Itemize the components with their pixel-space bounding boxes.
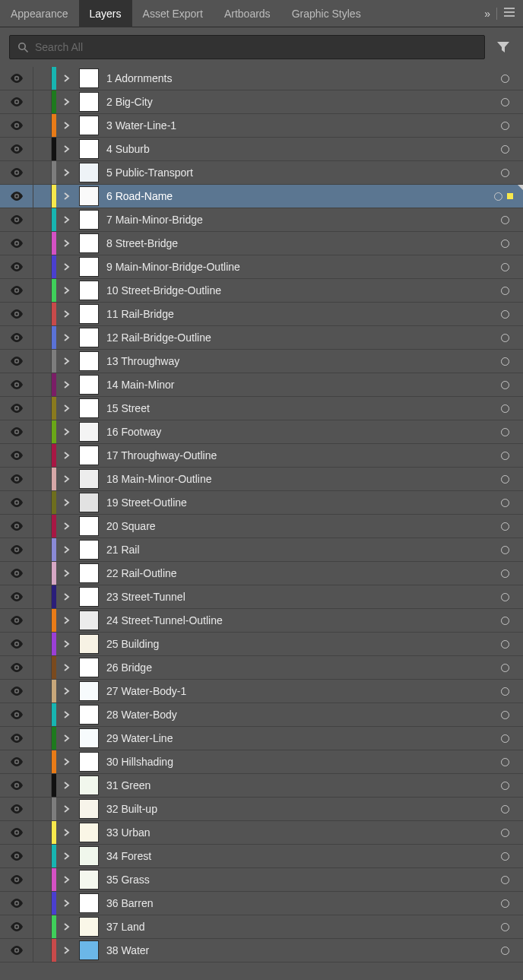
target-button[interactable] <box>501 287 509 295</box>
target-button[interactable] <box>501 381 509 389</box>
layer-row[interactable]: 22 Rail-Outline <box>0 562 523 585</box>
visibility-toggle[interactable] <box>0 515 33 538</box>
layer-name-label[interactable]: 4 Suburb <box>106 143 150 155</box>
layer-name-label[interactable]: 33 Urban <box>106 826 151 839</box>
layer-row[interactable]: 23 Street-Tunnel <box>0 585 523 609</box>
layer-row[interactable]: 10 Street-Bridge-Outline <box>0 279 523 303</box>
layer-row[interactable]: 28 Water-Body <box>0 703 523 727</box>
target-button[interactable] <box>501 947 509 955</box>
expand-toggle[interactable] <box>56 522 78 530</box>
layer-thumbnail[interactable] <box>79 68 99 88</box>
layer-name-label[interactable]: 8 Street-Bridge <box>106 237 178 249</box>
visibility-toggle[interactable] <box>0 821 33 844</box>
lock-toggle[interactable] <box>33 444 52 467</box>
panel-menu-icon[interactable] <box>503 7 515 20</box>
layer-row[interactable]: 11 Rail-Bridge <box>0 303 523 326</box>
layer-row[interactable]: 31 Green <box>0 774 523 798</box>
visibility-toggle[interactable] <box>0 326 33 349</box>
target-button[interactable] <box>501 734 509 743</box>
layer-row[interactable]: 25 Building <box>0 633 523 656</box>
expand-toggle[interactable] <box>56 263 78 271</box>
lock-toggle[interactable] <box>33 491 52 514</box>
layer-name-label[interactable]: 22 Rail-Outline <box>106 567 177 579</box>
expand-toggle[interactable] <box>56 404 78 412</box>
visibility-toggle[interactable] <box>0 727 33 750</box>
visibility-toggle[interactable] <box>0 468 33 490</box>
target-button[interactable] <box>501 758 509 766</box>
layer-name-label[interactable]: 19 Street-Outline <box>106 496 187 509</box>
layer-thumbnail[interactable] <box>79 917 99 937</box>
layer-name-label[interactable]: 1 Adornments <box>106 72 172 84</box>
layer-row[interactable]: 36 Barren <box>0 892 523 915</box>
target-button[interactable] <box>501 98 509 106</box>
layer-row[interactable]: 3 Water-Line-1 <box>0 114 523 138</box>
expand-toggle[interactable] <box>56 899 78 907</box>
layer-row[interactable]: 1 Adornments <box>0 67 523 90</box>
expand-toggle[interactable] <box>56 617 78 624</box>
layer-thumbnail[interactable] <box>79 563 99 583</box>
layer-thumbnail[interactable] <box>79 940 99 960</box>
layer-thumbnail[interactable] <box>79 752 99 772</box>
lock-toggle[interactable] <box>33 420 52 443</box>
layer-thumbnail[interactable] <box>79 233 99 253</box>
layer-name-label[interactable]: 25 Building <box>106 638 159 650</box>
layer-thumbnail[interactable] <box>79 870 99 890</box>
layer-row[interactable]: 14 Main-Minor <box>0 373 523 397</box>
layer-row[interactable]: 5 Public-Transport <box>0 161 523 185</box>
layer-name-label[interactable]: 30 Hillshading <box>106 756 173 768</box>
layer-name-label[interactable]: 35 Grass <box>106 874 150 886</box>
expand-toggle[interactable] <box>56 876 78 883</box>
layer-row[interactable]: 13 Throughway <box>0 350 523 373</box>
expand-toggle[interactable] <box>56 216 78 224</box>
expand-toggle[interactable] <box>56 169 78 176</box>
layer-thumbnail[interactable] <box>79 375 99 395</box>
lock-toggle[interactable] <box>33 90 52 113</box>
layer-row[interactable]: 33 Urban <box>0 821 523 845</box>
layer-thumbnail[interactable] <box>79 186 99 206</box>
visibility-toggle[interactable] <box>0 350 33 373</box>
layer-row[interactable]: 12 Rail-Bridge-Outline <box>0 326 523 350</box>
expand-toggle[interactable] <box>56 734 78 742</box>
lock-toggle[interactable] <box>33 138 52 160</box>
lock-toggle[interactable] <box>33 161 52 184</box>
target-button[interactable] <box>501 452 509 460</box>
target-button[interactable] <box>501 617 509 625</box>
lock-toggle[interactable] <box>33 585 52 608</box>
layer-thumbnail[interactable] <box>79 92 99 112</box>
tab-layers[interactable]: Layers <box>79 0 132 27</box>
lock-toggle[interactable] <box>33 609 52 632</box>
expand-toggle[interactable] <box>56 711 78 718</box>
target-button[interactable] <box>501 782 509 790</box>
layer-name-label[interactable]: 21 Rail <box>106 544 140 556</box>
layer-row[interactable]: 32 Built-up <box>0 798 523 821</box>
expand-toggle[interactable] <box>56 758 78 766</box>
expand-toggle[interactable] <box>56 782 78 789</box>
layer-thumbnail[interactable] <box>79 422 99 442</box>
expand-toggle[interactable] <box>56 947 78 954</box>
visibility-toggle[interactable] <box>0 161 33 184</box>
visibility-toggle[interactable] <box>0 680 33 702</box>
lock-toggle[interactable] <box>33 845 52 867</box>
layer-name-label[interactable]: 36 Barren <box>106 897 153 909</box>
layer-row[interactable]: 38 Water <box>0 939 523 963</box>
layer-thumbnail[interactable] <box>79 163 99 182</box>
target-button[interactable] <box>501 428 509 436</box>
visibility-toggle[interactable] <box>0 609 33 632</box>
expand-toggle[interactable] <box>56 428 78 436</box>
target-button[interactable] <box>501 711 509 719</box>
lock-toggle[interactable] <box>33 892 52 915</box>
lock-toggle[interactable] <box>33 798 52 820</box>
target-button[interactable] <box>501 640 509 649</box>
expand-toggle[interactable] <box>56 829 78 836</box>
target-button[interactable] <box>501 522 509 531</box>
layer-thumbnail[interactable] <box>79 823 99 842</box>
layer-row[interactable]: 6 Road-Name <box>0 185 523 208</box>
layer-name-label[interactable]: 14 Main-Minor <box>106 379 174 391</box>
lock-toggle[interactable] <box>33 633 52 655</box>
layer-thumbnail[interactable] <box>79 281 99 300</box>
visibility-toggle[interactable] <box>0 939 33 962</box>
layer-name-label[interactable]: 12 Rail-Bridge-Outline <box>106 331 211 344</box>
layer-thumbnail[interactable] <box>79 446 99 465</box>
visibility-toggle[interactable] <box>0 703 33 726</box>
layer-name-label[interactable]: 27 Water-Body-1 <box>106 685 186 697</box>
